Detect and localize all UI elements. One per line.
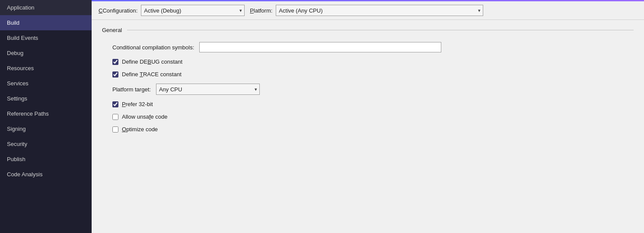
prefer-32bit-label: Prefer 32-bit: [122, 101, 153, 107]
optimize-code-label: Optimize code: [122, 126, 158, 133]
configuration-label: CConfiguration:: [99, 7, 137, 14]
sidebar-item-security[interactable]: Security: [0, 136, 92, 152]
allow-unsafe-checkbox[interactable]: [112, 114, 118, 120]
configuration-item: CConfiguration: Active (Debug)DebugRelea…: [99, 5, 245, 16]
sidebar-item-signing[interactable]: Signing: [0, 121, 92, 136]
define-trace-row: Define TRACE constant: [112, 71, 634, 78]
platform-target-dropdown[interactable]: Any CPUx86x64ARM: [156, 84, 260, 95]
section-title: General: [102, 27, 122, 33]
prefer-32bit-row: Prefer 32-bit: [112, 101, 634, 107]
sidebar-item-settings[interactable]: Settings: [0, 91, 92, 106]
configuration-label-text: Configuration:: [102, 7, 137, 14]
sidebar-item-application[interactable]: Application: [0, 0, 92, 15]
sidebar-item-resources[interactable]: Resources: [0, 61, 92, 76]
top-bar: CConfiguration: Active (Debug)DebugRelea…: [92, 1, 644, 20]
platform-item: Platform: Active (Any CPU)Any CPUx86x64: [250, 5, 483, 16]
sidebar-item-build[interactable]: Build: [0, 15, 92, 30]
conditional-symbols-label: Conditional compilation symbols:: [112, 44, 194, 51]
conditional-symbols-input[interactable]: [199, 42, 441, 52]
section-divider: [127, 30, 634, 30]
sidebar-item-publish[interactable]: Publish: [0, 152, 92, 167]
define-debug-row: Define DEBUG constant: [112, 58, 634, 65]
optimize-code-row: Optimize code: [112, 126, 634, 133]
platform-dropdown-wrapper: Active (Any CPU)Any CPUx86x64: [276, 5, 483, 16]
define-trace-label: Define TRACE constant: [122, 71, 182, 78]
content-area: General Conditional compilation symbols:…: [92, 20, 644, 233]
platform-target-label: Platform target:: [112, 86, 151, 93]
sidebar: ApplicationBuildBuild EventsDebugResourc…: [0, 0, 92, 233]
prefer-32bit-checkbox[interactable]: [112, 101, 118, 107]
define-debug-checkbox[interactable]: [112, 59, 118, 65]
platform-target-row: Platform target: Any CPUx86x64ARM: [112, 84, 634, 95]
conditional-symbols-row: Conditional compilation symbols:: [112, 42, 634, 52]
platform-label: Platform:: [250, 7, 272, 14]
section-header: General: [102, 27, 634, 33]
sidebar-item-debug[interactable]: Debug: [0, 45, 92, 61]
allow-unsafe-label: Allow unsafe code: [122, 113, 168, 120]
optimize-code-checkbox[interactable]: [112, 126, 118, 133]
configuration-dropdown[interactable]: Active (Debug)DebugRelease: [141, 5, 245, 16]
platform-dropdown[interactable]: Active (Any CPU)Any CPUx86x64: [276, 5, 483, 16]
platform-label-text: latform:: [254, 7, 272, 14]
sidebar-item-build-events[interactable]: Build Events: [0, 30, 92, 45]
main-panel: CConfiguration: Active (Debug)DebugRelea…: [92, 0, 644, 233]
sidebar-item-code-analysis[interactable]: Code Analysis: [0, 167, 92, 182]
define-trace-checkbox[interactable]: [112, 71, 118, 78]
sidebar-item-services[interactable]: Services: [0, 76, 92, 91]
allow-unsafe-row: Allow unsafe code: [112, 113, 634, 120]
define-debug-label: Define DEBUG constant: [122, 58, 182, 65]
form-area: Conditional compilation symbols: Define …: [102, 42, 634, 133]
sidebar-item-reference-paths[interactable]: Reference Paths: [0, 106, 92, 121]
configuration-dropdown-wrapper: Active (Debug)DebugRelease: [141, 5, 245, 16]
platform-target-dropdown-wrapper: Any CPUx86x64ARM: [156, 84, 260, 95]
